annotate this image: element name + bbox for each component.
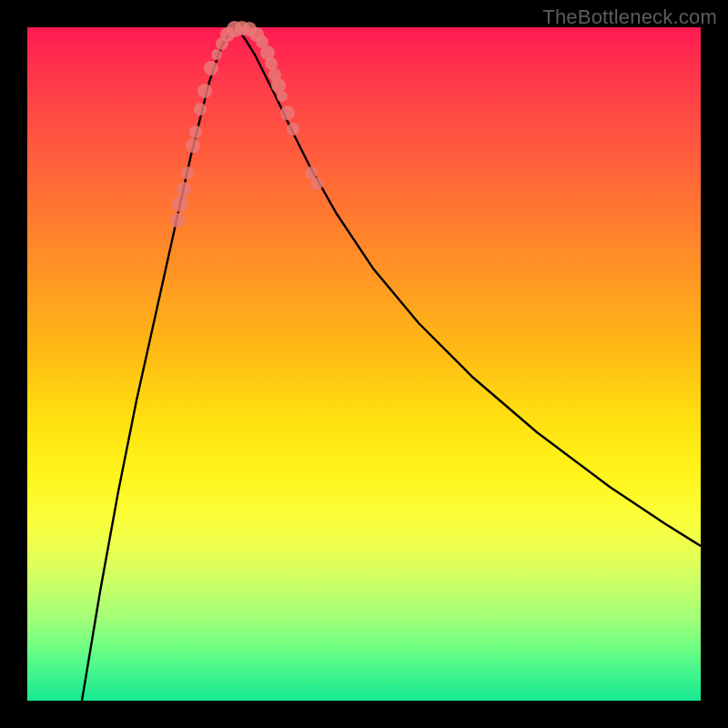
chart-frame: TheBottleneck.com bbox=[0, 0, 728, 728]
scatter-dot bbox=[177, 182, 191, 197]
scatter-dot bbox=[189, 126, 202, 138]
scatter-dot bbox=[197, 84, 212, 98]
scatter-dot bbox=[305, 167, 318, 179]
scatter-dots bbox=[170, 21, 323, 228]
scatter-dot bbox=[280, 106, 295, 120]
left-curve bbox=[82, 27, 237, 701]
scatter-dot bbox=[265, 57, 278, 70]
scatter-dot bbox=[181, 167, 194, 179]
scatter-dot bbox=[170, 213, 185, 228]
plot-area bbox=[27, 27, 701, 701]
scatter-dot bbox=[271, 78, 286, 93]
scatter-dot bbox=[204, 61, 218, 76]
scatter-dot bbox=[186, 138, 200, 153]
curve-layer bbox=[27, 27, 701, 701]
scatter-dot bbox=[310, 177, 323, 190]
right-curve bbox=[237, 27, 701, 546]
scatter-dot bbox=[172, 196, 188, 212]
scatter-dot bbox=[211, 49, 222, 60]
scatter-dot bbox=[287, 123, 299, 136]
scatter-dot bbox=[277, 91, 288, 102]
watermark-text: TheBottleneck.com bbox=[542, 5, 717, 29]
scatter-dot bbox=[194, 103, 207, 116]
